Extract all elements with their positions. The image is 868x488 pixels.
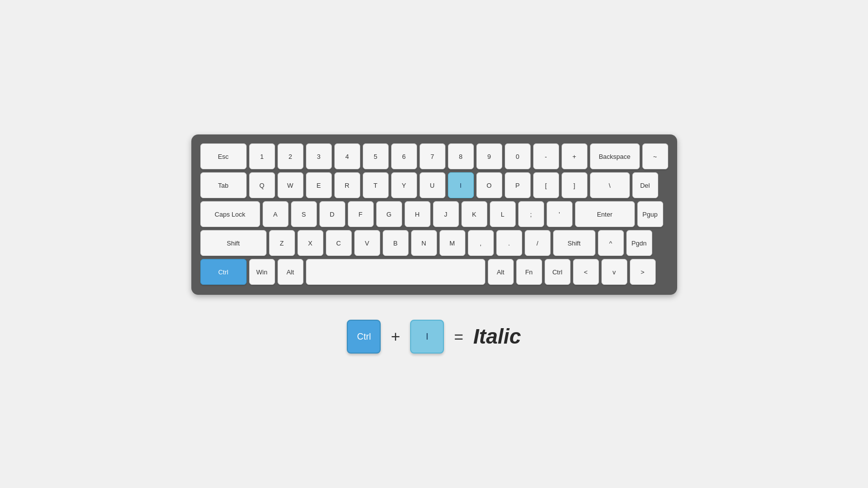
key-caret[interactable]: ^ xyxy=(598,230,624,256)
key-backspace[interactable]: Backspace xyxy=(590,143,640,169)
key-y[interactable]: Y xyxy=(391,172,417,198)
key-shift-left[interactable]: Shift xyxy=(200,230,267,256)
key-5[interactable]: 5 xyxy=(363,143,389,169)
key-arrow-down[interactable]: v xyxy=(601,259,627,285)
key-p[interactable]: P xyxy=(505,172,531,198)
key-7[interactable]: 7 xyxy=(420,143,445,169)
key-h[interactable]: H xyxy=(405,201,431,227)
key-quote[interactable]: ' xyxy=(547,201,573,227)
key-a[interactable]: A xyxy=(263,201,289,227)
key-space[interactable] xyxy=(306,259,485,285)
key-del[interactable]: Del xyxy=(632,172,658,198)
key-caps-lock[interactable]: Caps Lock xyxy=(200,201,260,227)
key-shift-right[interactable]: Shift xyxy=(553,230,595,256)
legend-equals: = xyxy=(454,328,463,346)
key-period[interactable]: . xyxy=(496,230,522,256)
key-l[interactable]: L xyxy=(490,201,516,227)
key-1[interactable]: 1 xyxy=(249,143,275,169)
key-ctrl-right[interactable]: Ctrl xyxy=(545,259,571,285)
key-x[interactable]: X xyxy=(297,230,323,256)
key-z[interactable]: Z xyxy=(269,230,295,256)
key-enter[interactable]: Enter xyxy=(575,201,635,227)
key-tab[interactable]: Tab xyxy=(200,172,247,198)
key-bracket-left[interactable]: [ xyxy=(533,172,559,198)
key-2[interactable]: 2 xyxy=(278,143,303,169)
key-arrow-right[interactable]: > xyxy=(630,259,656,285)
key-win[interactable]: Win xyxy=(249,259,275,285)
key-s[interactable]: S xyxy=(291,201,317,227)
key-k[interactable]: K xyxy=(461,201,487,227)
keyboard-wrapper: Esc 1 2 3 4 5 6 7 8 9 0 - + Backspace ~ … xyxy=(191,134,677,354)
key-row-5: Ctrl Win Alt Alt Fn Ctrl < v > xyxy=(200,259,668,285)
key-row-1: Esc 1 2 3 4 5 6 7 8 9 0 - + Backspace ~ xyxy=(200,143,668,169)
key-row-3: Caps Lock A S D F G H J K L ; ' Enter Pg… xyxy=(200,201,668,227)
key-arrow-left[interactable]: < xyxy=(573,259,599,285)
key-esc[interactable]: Esc xyxy=(200,143,247,169)
key-fn[interactable]: Fn xyxy=(516,259,542,285)
shortcut-action-label: Italic xyxy=(473,325,521,349)
key-minus[interactable]: - xyxy=(533,143,559,169)
key-3[interactable]: 3 xyxy=(306,143,332,169)
key-row-2: Tab Q W E R T Y U I O P [ ] \ Del xyxy=(200,172,668,198)
key-c[interactable]: C xyxy=(326,230,352,256)
key-f[interactable]: F xyxy=(348,201,374,227)
key-8[interactable]: 8 xyxy=(448,143,474,169)
key-u[interactable]: U xyxy=(420,172,445,198)
legend-ctrl-key: Ctrl xyxy=(347,320,381,354)
key-ctrl-left[interactable]: Ctrl xyxy=(200,259,247,285)
key-q[interactable]: Q xyxy=(249,172,275,198)
legend-i-key: I xyxy=(410,320,444,354)
key-alt-left[interactable]: Alt xyxy=(278,259,303,285)
key-n[interactable]: N xyxy=(411,230,437,256)
key-w[interactable]: W xyxy=(278,172,303,198)
key-plus[interactable]: + xyxy=(562,143,587,169)
key-comma[interactable]: , xyxy=(468,230,494,256)
key-9[interactable]: 9 xyxy=(476,143,502,169)
key-j[interactable]: J xyxy=(433,201,459,227)
shortcut-legend: Ctrl + I = Italic xyxy=(347,320,521,354)
key-o[interactable]: O xyxy=(476,172,502,198)
key-4[interactable]: 4 xyxy=(334,143,360,169)
key-row-4: Shift Z X C V B N M , . / Shift ^ Pgdn xyxy=(200,230,668,256)
key-e[interactable]: E xyxy=(306,172,332,198)
key-b[interactable]: B xyxy=(383,230,409,256)
key-m[interactable]: M xyxy=(439,230,465,256)
key-backslash[interactable]: \ xyxy=(590,172,630,198)
key-v[interactable]: V xyxy=(354,230,380,256)
key-t[interactable]: T xyxy=(363,172,389,198)
key-alt-right[interactable]: Alt xyxy=(488,259,514,285)
key-slash[interactable]: / xyxy=(525,230,551,256)
key-pgdn[interactable]: Pgdn xyxy=(626,230,652,256)
key-i[interactable]: I xyxy=(448,172,474,198)
key-g[interactable]: G xyxy=(376,201,402,227)
key-6[interactable]: 6 xyxy=(391,143,417,169)
key-semicolon[interactable]: ; xyxy=(518,201,544,227)
key-r[interactable]: R xyxy=(334,172,360,198)
legend-plus: + xyxy=(391,328,400,346)
key-0[interactable]: 0 xyxy=(505,143,531,169)
key-tilde[interactable]: ~ xyxy=(642,143,668,169)
key-d[interactable]: D xyxy=(319,201,345,227)
key-pgup[interactable]: Pgup xyxy=(637,201,663,227)
keyboard: Esc 1 2 3 4 5 6 7 8 9 0 - + Backspace ~ … xyxy=(191,134,677,295)
key-bracket-right[interactable]: ] xyxy=(562,172,587,198)
